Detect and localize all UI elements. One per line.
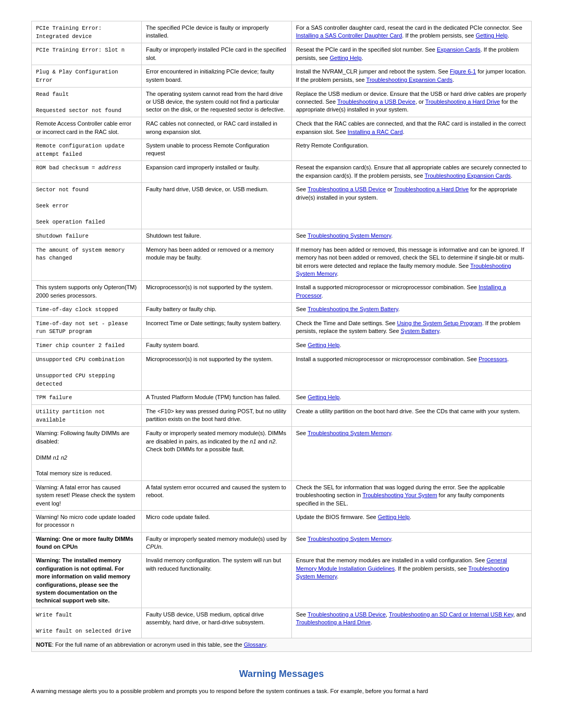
action-cell: Check that the RAC cables are connected,…	[291, 117, 531, 139]
cause-cell: Faulty system board.	[141, 339, 291, 353]
message-cell: The amount of system memory has changed	[32, 243, 142, 281]
table-row: Warning: One or more faulty DIMMs found …	[32, 532, 532, 554]
table-row: Remote configuration update attempt fail…	[32, 139, 532, 161]
action-link[interactable]: Getting Help	[308, 342, 339, 348]
action-link[interactable]: Troubleshooting Your System	[362, 492, 437, 498]
table-row: Plug & Play Configuration ErrorError enc…	[32, 65, 532, 87]
action-cell: See Troubleshooting a USB Device, Troubl…	[291, 608, 531, 638]
message-cell: Read faultRequested sector not found	[32, 87, 142, 117]
note-cell: NOTE: For the full name of an abbreviati…	[32, 638, 532, 651]
action-link[interactable]: Troubleshooting System Memory	[308, 430, 391, 436]
cause-cell: Faulty or improperly installed PCIe card…	[141, 43, 291, 65]
cause-cell: The <F10> key was pressed during POST, b…	[141, 405, 291, 427]
warning-messages-intro: A warning message alerts you to a possib…	[31, 687, 532, 696]
cause-cell: Microprocessor(s) is not supported by th…	[141, 281, 291, 303]
action-cell: Ensure that the memory modules are insta…	[291, 554, 531, 608]
action-link[interactable]: Troubleshooting a USB Device	[308, 611, 386, 618]
cause-cell: Incorrect Time or Date settings; faulty …	[141, 316, 291, 338]
action-link[interactable]: Installing a RAC Card	[348, 129, 403, 135]
cause-cell: A Trusted Platform Module (TPM) function…	[141, 391, 291, 405]
message-cell: PCIe Training Error: Slot n	[32, 43, 142, 65]
system-messages-table: PCIe Training Error: Integrated deviceTh…	[31, 21, 532, 652]
action-link[interactable]: Troubleshooting System Memory	[308, 536, 391, 542]
table-row: PCIe Training Error: Integrated deviceTh…	[32, 21, 532, 43]
glossary-link[interactable]: Glossary	[244, 641, 266, 648]
table-row: TPM failureA Trusted Platform Module (TP…	[32, 391, 532, 405]
action-link[interactable]: Installing a SAS Controller Daughter Car…	[296, 32, 402, 39]
table-row: Time-of-day clock stoppedFaulty battery …	[32, 303, 532, 317]
action-cell: See Troubleshooting System Memory.	[291, 229, 531, 243]
cause-cell: Shutdown test failure.	[141, 229, 291, 243]
message-cell: Warning: The installed memory configurat…	[32, 554, 142, 608]
action-link[interactable]: Getting Help	[329, 55, 361, 61]
cause-cell: A fatal system error occurred and caused…	[141, 480, 291, 510]
message-cell: Warning! No micro code update loaded for…	[32, 510, 142, 532]
action-cell: Install a supported microprocessor or mi…	[291, 352, 531, 390]
note-row: NOTE: For the full name of an abbreviati…	[32, 638, 532, 651]
action-cell: See Troubleshooting a USB Device or Trou…	[291, 183, 531, 229]
action-link[interactable]: Troubleshooting System Memory	[296, 263, 511, 277]
cause-cell: The operating system cannot read from th…	[141, 87, 291, 117]
message-cell: Unsupported CPU combinationUnsupported C…	[32, 352, 142, 390]
action-link[interactable]: Troubleshooting System Memory	[308, 232, 391, 239]
action-link[interactable]: System Battery	[401, 328, 439, 334]
action-link[interactable]: Troubleshooting Expansion Cards	[424, 172, 510, 179]
action-link[interactable]: Getting Help	[378, 514, 410, 520]
cause-cell: Error encountered in initializing PCIe d…	[141, 65, 291, 87]
message-cell: Warning: Following faulty DIMMs are disa…	[32, 427, 142, 480]
message-cell: ROM bad checksum = address	[32, 161, 142, 183]
message-cell: Warning: A fatal error has caused system…	[32, 480, 142, 510]
table-row: The amount of system memory has changedM…	[32, 243, 532, 281]
action-link[interactable]: Installing a Processor	[296, 284, 506, 298]
action-link[interactable]: Getting Help	[308, 394, 339, 400]
cause-cell: Faulty USB device, USB medium, optical d…	[141, 608, 291, 638]
table-row: Shutdown failureShutdown test failure.Se…	[32, 229, 532, 243]
action-link[interactable]: Getting Help	[476, 32, 508, 39]
table-row: This system supports only Opteron(TM) 20…	[32, 281, 532, 303]
message-cell: TPM failure	[32, 391, 142, 405]
action-cell: Reseat the expansion card(s). Ensure tha…	[291, 161, 531, 183]
cause-cell: Invalid memory configuration. The system…	[141, 554, 291, 608]
action-link[interactable]: Troubleshooting a USB Device	[308, 186, 386, 192]
table-row: ROM bad checksum = addressExpansion card…	[32, 161, 532, 183]
table-row: Utility partition not availableThe <F10>…	[32, 405, 532, 427]
table-row: Timer chip counter 2 failedFaulty system…	[32, 339, 532, 353]
cause-cell: Faulty or improperly seated memory modul…	[141, 427, 291, 480]
action-cell: See Troubleshooting System Memory.	[291, 532, 531, 554]
table-row: Warning: The installed memory configurat…	[32, 554, 532, 608]
table-row: Sector not foundSeek errorSeek operation…	[32, 183, 532, 229]
action-link[interactable]: Troubleshooting Expansion Cards	[366, 77, 452, 83]
action-link[interactable]: Figure 6-1	[450, 68, 476, 75]
cause-cell: RAC cables not connected, or RAC card in…	[141, 117, 291, 139]
action-cell: Install a supported microprocessor or mi…	[291, 281, 531, 303]
cause-cell: Faulty battery or faulty chip.	[141, 303, 291, 317]
message-cell: Write faultWrite fault on selected drive	[32, 608, 142, 638]
message-cell: Shutdown failure	[32, 229, 142, 243]
action-cell: Reseat the PCIe card in the specified sl…	[291, 43, 531, 65]
message-cell: Time-of-day not set - please run SETUP p…	[32, 316, 142, 338]
warning-messages-heading: Warning Messages	[31, 668, 532, 681]
action-link[interactable]: Troubleshooting a USB Device	[337, 98, 415, 105]
message-cell: Utility partition not available	[32, 405, 142, 427]
cause-cell: System unable to process Remote Configur…	[141, 139, 291, 161]
action-cell: See Getting Help.	[291, 391, 531, 405]
table-row: PCIe Training Error: Slot nFaulty or imp…	[32, 43, 532, 65]
action-cell: Create a utility partition on the boot h…	[291, 405, 531, 427]
action-link[interactable]: Troubleshooting a Hard Drive	[425, 98, 500, 105]
action-link[interactable]: Troubleshooting an SD Card or Internal U…	[389, 611, 513, 618]
action-link[interactable]: Using the System Setup Program	[397, 320, 482, 326]
action-link[interactable]: Expansion Cards	[437, 46, 481, 53]
action-link[interactable]: Troubleshooting a Hard Drive	[394, 186, 469, 192]
action-cell: Replace the USB medium or device. Ensure…	[291, 87, 531, 117]
message-cell: This system supports only Opteron(TM) 20…	[32, 281, 142, 303]
action-link[interactable]: Processors	[479, 356, 507, 362]
action-cell: See Troubleshooting the System Battery.	[291, 303, 531, 317]
table-row: Remote Access Controller cable error or …	[32, 117, 532, 139]
action-cell: Update the BIOS firmware. See Getting He…	[291, 510, 531, 532]
action-link[interactable]: Troubleshooting the System Battery	[308, 306, 398, 312]
action-link[interactable]: Troubleshooting a Hard Drive	[296, 619, 371, 625]
cause-cell: Microprocessor(s) is not supported by th…	[141, 352, 291, 390]
action-cell: Retry Remote Configuration.	[291, 139, 531, 161]
table-row: Warning! No micro code update loaded for…	[32, 510, 532, 532]
message-cell: PCIe Training Error: Integrated device	[32, 21, 142, 43]
